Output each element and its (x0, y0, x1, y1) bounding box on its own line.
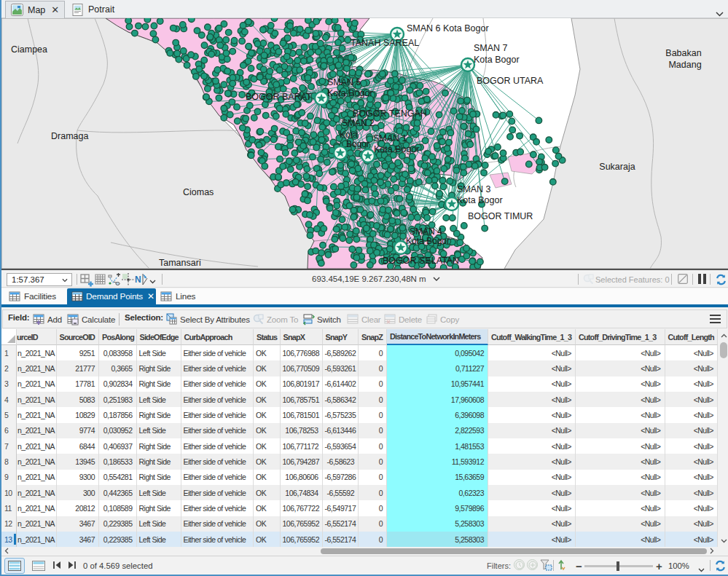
svg-text:SMAN 1: SMAN 1 (373, 133, 407, 143)
svg-text:Kota Bogor: Kota Bogor (406, 236, 450, 246)
svg-text:Ciomas: Ciomas (183, 187, 214, 197)
svg-text:Kota Bogor: Kota Bogor (457, 195, 503, 205)
svg-text:Sukaraja: Sukaraja (599, 162, 635, 172)
svg-text:Madang: Madang (668, 60, 701, 70)
svg-text:BOGOR TIMUR: BOGOR TIMUR (468, 211, 533, 221)
svg-text:TANAH SAREAL: TANAH SAREAL (351, 38, 419, 48)
svg-text:Kota Bogor: Kota Bogor (374, 144, 420, 154)
svg-text:SMAN 4: SMAN 4 (410, 226, 442, 237)
svg-text:Kota Bogor: Kota Bogor (327, 88, 373, 98)
svg-text:BOGOR BARAT: BOGOR BARAT (246, 92, 312, 102)
svg-text:SMAN 3: SMAN 3 (457, 184, 491, 194)
svg-text:Dramaga: Dramaga (51, 131, 88, 141)
svg-text:BOGOR UTARA: BOGOR UTARA (477, 76, 544, 86)
svg-text:SMAN 6 Kota Bogor: SMAN 6 Kota Bogor (407, 23, 489, 33)
svg-text:SMAN 7: SMAN 7 (474, 43, 508, 53)
svg-text:Babakan: Babakan (665, 48, 701, 58)
svg-text:BOGOR SELATAN: BOGOR SELATAN (383, 256, 459, 266)
svg-text:N: N (135, 275, 141, 285)
svg-text:Kota: Kota (340, 130, 358, 140)
svg-text:BOGOR TENGAH: BOGOR TENGAH (353, 109, 427, 119)
svg-text:Ciampea: Ciampea (11, 44, 47, 55)
svg-text:SMAN 5: SMAN 5 (327, 77, 361, 87)
svg-text:Tamansari: Tamansari (159, 258, 201, 268)
svg-text:Bogor: Bogor (346, 139, 369, 149)
svg-text:SMAN 2: SMAN 2 (342, 118, 375, 128)
svg-text:Kota Bogor: Kota Bogor (474, 55, 520, 65)
